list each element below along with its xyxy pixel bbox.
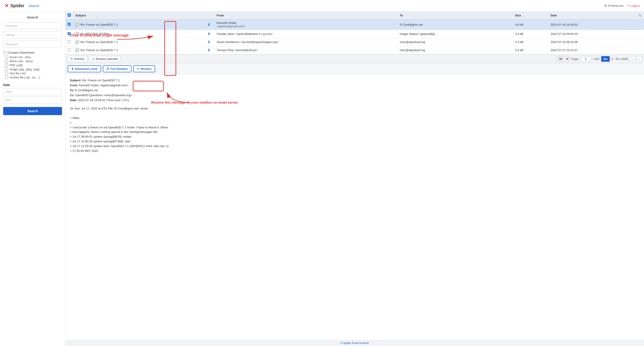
row-attach-cell	[636, 46, 644, 54]
text-checkbox[interactable]	[5, 72, 8, 75]
email-to-line: To: E.Conti@gmx.net	[70, 88, 640, 93]
keyword-input[interactable]	[3, 22, 62, 29]
select-all-th	[66, 12, 73, 19]
pdf-checkbox[interactable]	[5, 64, 8, 67]
row-checkbox[interactable]	[68, 23, 70, 26]
download-single-icon[interactable]: ⬇	[206, 32, 212, 36]
download-single-icon[interactable]: ⬇	[206, 40, 212, 44]
date-end-input[interactable]	[3, 96, 62, 103]
row-date-cell: 2022-07-18 14:28:52	[548, 19, 636, 30]
download-single-icon[interactable]: ⬇	[206, 48, 212, 52]
row-from-cell: Claudio Jeker <cjeker@diehard.n-r-g.com>	[214, 30, 398, 38]
logout-label: Logout	[630, 4, 640, 7]
total-pages: / 164	[593, 57, 599, 61]
word-checkbox[interactable]	[5, 60, 8, 63]
row-date-cell: 2022-07-18 09:40:20	[548, 30, 636, 38]
row-subject-text: Re: RFC7432 (EVPN)	[80, 32, 109, 35]
table-row[interactable]: 💬 Re: Freeze on OpenBSD 7.1 ⬇ Stuart Hen…	[66, 38, 644, 46]
pdf-checkbox-item: PDF (.pdf)	[5, 64, 62, 67]
excel-label: Excel (.xls, .xlsx)	[10, 56, 31, 59]
refresh-button[interactable]: ↻ Refresh	[68, 56, 88, 62]
row-date-cell: 2022-07-17 23:14:57	[548, 46, 636, 54]
row-download-cell[interactable]: ⬇	[204, 38, 214, 46]
page-range: 1 - 50 / 8166	[612, 57, 628, 61]
toolbar-left: ↻ Refresh ↩ Restore selected	[68, 56, 121, 62]
archive-checkbox[interactable]	[5, 76, 8, 79]
next-page-button[interactable]: ›	[636, 56, 642, 62]
select-all-checkbox[interactable]	[68, 13, 71, 17]
search-button[interactable]: Search	[3, 107, 62, 115]
table-row[interactable]: 💬 Re: Freeze on OpenBSD 7.1 ⬇ Tomasz Rol…	[66, 46, 644, 54]
go-button[interactable]: Go	[601, 56, 610, 62]
row-subject-cell: 💬 Re: Freeze on OpenBSD 7.1	[73, 38, 204, 46]
row-download-cell[interactable]: ⬇	[204, 19, 214, 30]
page-input[interactable]	[581, 56, 591, 62]
table-row[interactable]: 💬 Re: RFC7432 (EVPN) ⬇ Claudio Jeker <cj…	[66, 30, 644, 38]
row-from-cell: Stuart Henderson <stu.lists@spacehopper.…	[214, 38, 398, 46]
page-label: Page:	[571, 57, 579, 61]
attachment-header-icon: 📎	[638, 14, 642, 17]
download-single-icon[interactable]: ⬇	[206, 23, 212, 26]
full-headers-button[interactable]: ☰ Full Headers	[103, 65, 132, 72]
row-subject-text: Re: Freeze on OpenBSD 7.1	[80, 40, 118, 44]
table-row[interactable]: 💬 Re: Freeze on OpenBSD 7.1 ⬇ Kenneth Go…	[66, 19, 644, 30]
headers-icon: ☰	[106, 67, 109, 70]
toolbar-right: 50 100 200 Page: / 164 Go 1 - 50 / 8166 …	[557, 56, 642, 62]
row-size-cell: 4.3 kB	[513, 38, 548, 46]
email-tbody: 💬 Re: Freeze on OpenBSD 7.1 ⬇ Kenneth Go…	[66, 19, 644, 54]
restore-selected-label: Restore selected	[96, 57, 118, 61]
row-subject-text: Re: Freeze on OpenBSD 7.1	[80, 48, 118, 52]
text-label: Text file (.txt)	[10, 72, 26, 75]
recipient-input[interactable]	[3, 41, 62, 48]
row-size-cell: 3.3 kB	[513, 30, 548, 38]
header: ✕ Spider Search ⚙ Preferences ⏎ Logout	[0, 0, 644, 12]
row-checkbox[interactable]	[68, 40, 70, 43]
chat-icon: 💬	[75, 40, 79, 44]
row-subject-cell: 💬 Re: RFC7432 (EVPN)	[73, 30, 204, 38]
row-attach-cell	[636, 19, 644, 30]
excel-checkbox[interactable]	[5, 56, 8, 59]
chat-icon: 💬	[75, 48, 79, 52]
email-subject-value: Re: Freeze on OpenBSD 7.1	[82, 79, 120, 82]
prev-page-button[interactable]: ‹	[630, 56, 635, 62]
row-download-cell[interactable]: ⬇	[204, 46, 214, 54]
per-page-select[interactable]: 50 100 200	[557, 56, 569, 62]
row-from-cell: Kenneth Gober<kgober@gmail.com>	[214, 19, 398, 30]
logo-text: Spider	[10, 3, 24, 8]
email-subject-line: Subject: Re: Freeze on OpenBSD 7.1	[70, 78, 640, 83]
footer: © Spider Email Archiver	[66, 340, 644, 346]
restore-message-button[interactable]: ↩ Restore	[133, 65, 155, 72]
image-checkbox[interactable]	[5, 68, 8, 71]
email-table: Subject From To Size Date 📎	[66, 12, 644, 54]
row-checkbox[interactable]	[68, 48, 70, 51]
row-to-cell: misc@openbsd.org	[398, 46, 513, 54]
spider-logo-icon: ✕	[4, 3, 8, 9]
row-checkbox-cell	[66, 30, 73, 38]
restore-selected-button[interactable]: ↩ Restore selected	[89, 56, 121, 62]
contains-attachment-section: Contains Attachment Excel (.xls, .xlsx) …	[3, 51, 62, 80]
contains-attachment-checkbox[interactable]	[3, 51, 6, 54]
full-headers-label: Full Headers	[110, 67, 128, 70]
row-checkbox[interactable]	[68, 32, 70, 35]
preferences-label: Preferences	[608, 4, 624, 7]
row-from-cell: Tomasz Rola <rtomek@ceti.pl>	[214, 46, 398, 54]
sender-input[interactable]	[3, 31, 62, 38]
logout-link[interactable]: ⏎ Logout	[627, 4, 640, 7]
date-start-input[interactable]	[3, 88, 62, 95]
preferences-link[interactable]: ⚙ Preferences	[604, 4, 624, 7]
email-date-line: Date: 2022-07-18 14:28:52 (Time zone: UT…	[70, 98, 640, 103]
toolbar-row: ↻ Refresh ↩ Restore selected 50 100 200 …	[66, 54, 644, 63]
archive-label: Archive file (.zip, .rar, ...)	[10, 76, 40, 79]
header-search-link[interactable]: Search	[28, 4, 39, 8]
email-to-value: E.Conti@gmx.net	[75, 88, 98, 92]
email-date-value: 2022-07-18 14:28:52 (Time zone: UTC)	[78, 98, 129, 102]
row-download-cell[interactable]: ⬇	[204, 30, 214, 38]
row-size-cell: 5.5 kB	[513, 46, 548, 54]
email-meta: Subject: Re: Freeze on OpenBSD 7.1 From:…	[70, 78, 640, 103]
download-eml-button[interactable]: ⬇ Download (.eml)	[68, 65, 101, 72]
row-to-cell: Holger Glaess <glaess@gl...	[398, 30, 513, 38]
gear-icon: ⚙	[604, 4, 607, 7]
row-date-cell: 2022-07-18 08:22:06	[548, 38, 636, 46]
table-header-row: Subject From To Size Date 📎	[66, 12, 644, 19]
logout-icon: ⏎	[627, 4, 630, 7]
